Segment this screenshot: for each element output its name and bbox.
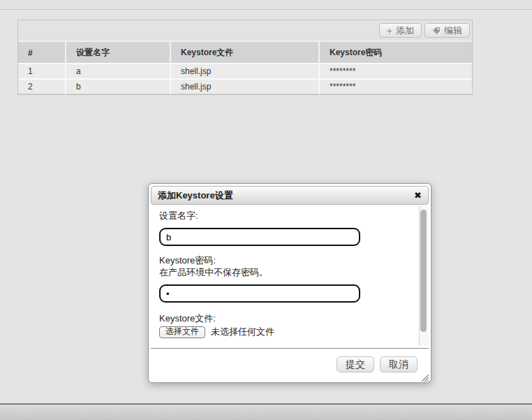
cell-file: shell.jsp — [170, 64, 319, 79]
dialog-scrollbar-track[interactable] — [419, 206, 429, 346]
keystore-password-label: Keystore密码: — [159, 255, 420, 266]
add-button[interactable]: + 添加 — [379, 23, 422, 38]
bottom-edge-bar — [0, 403, 532, 420]
setting-name-input[interactable] — [159, 228, 360, 246]
cancel-button[interactable]: 取消 — [380, 356, 418, 372]
dialog-footer: 提交 取消 — [151, 348, 429, 380]
cell-name: b — [66, 79, 170, 94]
add-keystore-dialog: 添加Keystore设置 ✖ 设置名字: Keystore密码: 在产品环境中不… — [148, 183, 431, 383]
add-button-label: 添加 — [396, 24, 414, 37]
file-picker-row: 选择文件 未选择任何文件 — [159, 326, 420, 338]
plus-icon: + — [387, 26, 392, 36]
cell-name: a — [66, 64, 170, 79]
no-file-selected-text: 未选择任何文件 — [211, 326, 274, 338]
dialog-scrollbar-thumb[interactable] — [420, 210, 427, 332]
cell-file: shell.jsp — [170, 79, 319, 94]
col-header-index: # — [18, 41, 66, 64]
table-row[interactable]: 2 b shell.jsp ******** — [18, 79, 472, 94]
cell-index: 2 — [18, 79, 66, 94]
edit-button-label: 编辑 — [444, 24, 462, 37]
edit-button[interactable]: 编辑 — [424, 23, 470, 38]
setting-name-label: 设置名字: — [159, 210, 420, 222]
dialog-title: 添加Keystore设置 — [158, 189, 233, 202]
submit-button[interactable]: 提交 — [337, 356, 374, 372]
col-header-name: 设置名字 — [66, 41, 170, 64]
keystore-file-label: Keystore文件: — [159, 313, 420, 324]
resize-grip-icon[interactable] — [420, 372, 429, 380]
tag-icon — [432, 27, 441, 35]
cell-index: 1 — [18, 64, 66, 79]
keystore-password-input[interactable] — [159, 284, 360, 303]
dialog-form: 设置名字: Keystore密码: 在产品环境中不保存密码。 Keystore文… — [151, 206, 429, 338]
password-note: 在产品环境中不保存密码。 — [159, 266, 420, 278]
cell-password: ******** — [319, 79, 472, 94]
dialog-content: 设置名字: Keystore密码: 在产品环境中不保存密码。 Keystore文… — [151, 206, 429, 347]
col-header-file: Keystore文件 — [170, 41, 319, 64]
close-icon[interactable]: ✖ — [414, 191, 422, 200]
col-header-password: Keystore密码 — [319, 41, 472, 64]
dialog-titlebar[interactable]: 添加Keystore设置 ✖ — [151, 186, 429, 205]
table-row[interactable]: 1 a shell.jsp ******** — [18, 64, 472, 79]
panel-toolbar: + 添加 编辑 — [18, 20, 472, 41]
cell-password: ******** — [319, 64, 472, 79]
top-strip — [0, 0, 532, 10]
table-header-row: # 设置名字 Keystore文件 Keystore密码 — [18, 41, 472, 64]
keystore-settings-panel: + 添加 编辑 # 设置名字 Keystore文件 Keystore密码 — [17, 20, 473, 95]
keystore-table: # 设置名字 Keystore文件 Keystore密码 1 a shell.j… — [18, 41, 472, 94]
choose-file-button[interactable]: 选择文件 — [159, 326, 205, 338]
